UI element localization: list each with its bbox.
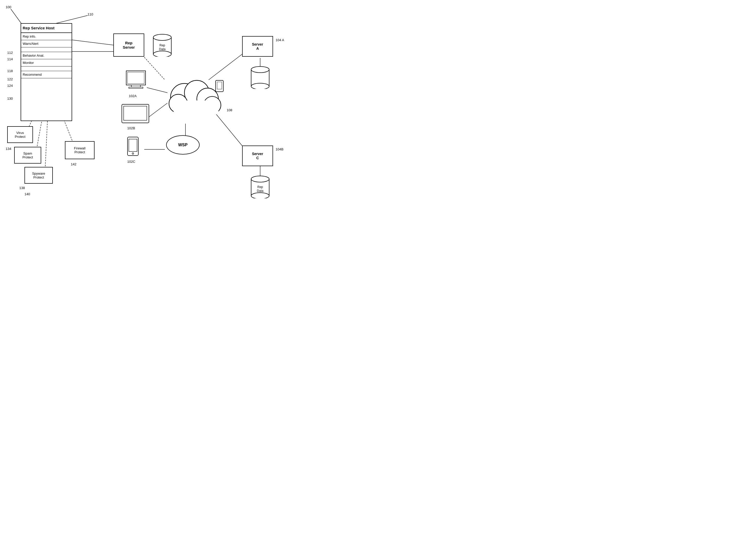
server-a-box: ServerA xyxy=(242,36,273,57)
svg-point-42 xyxy=(132,153,134,154)
label-104A: 104 A xyxy=(276,38,284,42)
label-118: 118 xyxy=(7,69,13,73)
virus-protect-label: VirusProtect xyxy=(15,131,25,139)
wsp-ellipse: WSP xyxy=(166,135,200,155)
rep-server-box: RepServer xyxy=(113,33,144,57)
svg-line-17 xyxy=(11,9,21,23)
label-112: 112 xyxy=(7,51,13,54)
behavior-anal-row: Behavior Anal. xyxy=(21,52,71,59)
svg-point-24 xyxy=(251,66,269,73)
svg-line-0 xyxy=(72,40,113,45)
svg-point-25 xyxy=(251,83,269,89)
gap2 xyxy=(21,66,71,71)
virus-protect-box: VirusProtect xyxy=(7,126,33,143)
server-a-label: ServerA xyxy=(252,42,263,50)
label-102A: 102A xyxy=(129,94,137,98)
server-c-label: ServerC xyxy=(252,152,263,160)
label-134: 134 xyxy=(6,147,11,151)
tablet-102b xyxy=(121,103,150,125)
server-a-cylinder xyxy=(250,66,271,89)
label-142: 142 xyxy=(71,162,77,166)
svg-text:Data: Data xyxy=(257,189,264,193)
spyware-protect-label: SpywareProtect xyxy=(32,171,45,179)
svg-rect-31 xyxy=(174,101,218,114)
svg-rect-36 xyxy=(129,87,143,88)
spam-protect-label: SpamProtect xyxy=(22,151,33,159)
cloud-internet xyxy=(160,69,224,121)
label-110: 110 xyxy=(88,12,93,16)
svg-rect-35 xyxy=(131,85,140,87)
recommend-row: Recommend xyxy=(21,71,71,78)
label-100: 100 xyxy=(6,5,11,9)
label-122: 122 xyxy=(7,77,13,81)
label-140: 140 xyxy=(24,192,30,196)
label-130: 130 xyxy=(7,97,13,101)
svg-point-19 xyxy=(153,34,171,40)
server-c-box: ServerC xyxy=(242,146,273,166)
warn-alert-row: Warn/Alert xyxy=(21,40,71,47)
svg-rect-39 xyxy=(124,106,147,120)
server-c-cylinder: Rep Data xyxy=(250,175,271,198)
diagram: 100 110 Rep Service Host Rep info. Warn/… xyxy=(0,0,319,242)
gap1 xyxy=(21,47,71,52)
rep-data-cylinder-top: Rep Data xyxy=(152,33,173,57)
firewall-protect-box: FirewallProtect xyxy=(65,141,95,159)
spyware-protect-box: SpywareProtect xyxy=(24,167,53,184)
spam-protect-box: SpamProtect xyxy=(14,147,41,164)
rep-service-host-title: Rep Service Host xyxy=(21,24,71,33)
svg-rect-33 xyxy=(217,82,222,89)
rep-service-host-box: Rep Service Host Rep info. Warn/Alert Be… xyxy=(21,23,72,121)
label-124: 124 xyxy=(7,84,13,88)
rep-info-row: Rep info. xyxy=(21,33,71,40)
svg-text:Rep: Rep xyxy=(159,43,165,47)
label-114: 114 xyxy=(7,57,13,61)
rep-server-label: RepServer xyxy=(123,41,135,49)
label-104B: 104B xyxy=(276,147,283,151)
desktop-102a xyxy=(124,69,149,93)
svg-point-45 xyxy=(251,193,269,198)
firewall-protect-label: FirewallProtect xyxy=(74,146,86,154)
svg-text:Data: Data xyxy=(159,47,166,51)
label-102B: 102B xyxy=(127,126,135,130)
phone-102c xyxy=(126,137,140,157)
monitor-row: Monitor xyxy=(21,59,71,66)
label-138: 138 xyxy=(19,186,25,190)
svg-point-20 xyxy=(153,51,171,57)
svg-rect-37 xyxy=(128,72,144,84)
mobile-near-cloud xyxy=(215,80,224,93)
svg-rect-41 xyxy=(129,139,137,151)
label-108: 108 xyxy=(227,108,232,112)
label-102C: 102C xyxy=(127,160,135,164)
svg-point-44 xyxy=(251,176,269,182)
svg-text:Rep: Rep xyxy=(257,185,263,189)
